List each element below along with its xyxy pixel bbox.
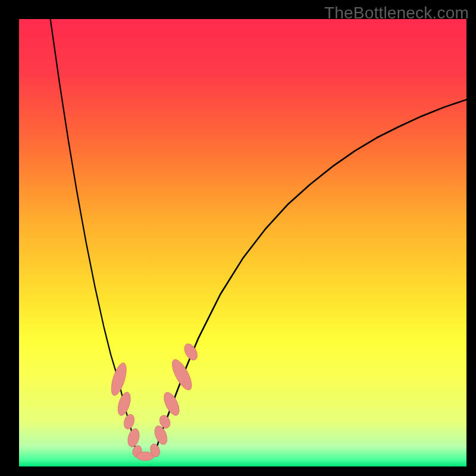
- chart-svg: [19, 19, 466, 466]
- chart-frame: TheBottleneck.com: [0, 0, 476, 476]
- watermark-text: TheBottleneck.com: [324, 4, 469, 23]
- plot-area: [19, 19, 466, 466]
